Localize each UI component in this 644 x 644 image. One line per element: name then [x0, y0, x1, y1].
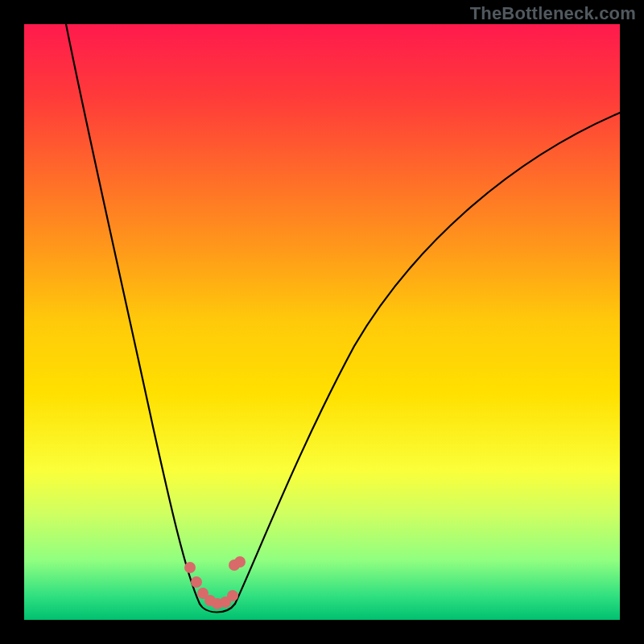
dot	[184, 562, 196, 573]
dot	[227, 590, 238, 601]
dot	[234, 556, 246, 568]
chart-frame	[24, 24, 620, 620]
dot	[191, 576, 202, 588]
bottleneck-chart	[24, 24, 620, 620]
curve-left-descent	[66, 24, 200, 604]
curve-right-ascent	[235, 113, 620, 604]
watermark: TheBottleneck.com	[470, 3, 636, 24]
